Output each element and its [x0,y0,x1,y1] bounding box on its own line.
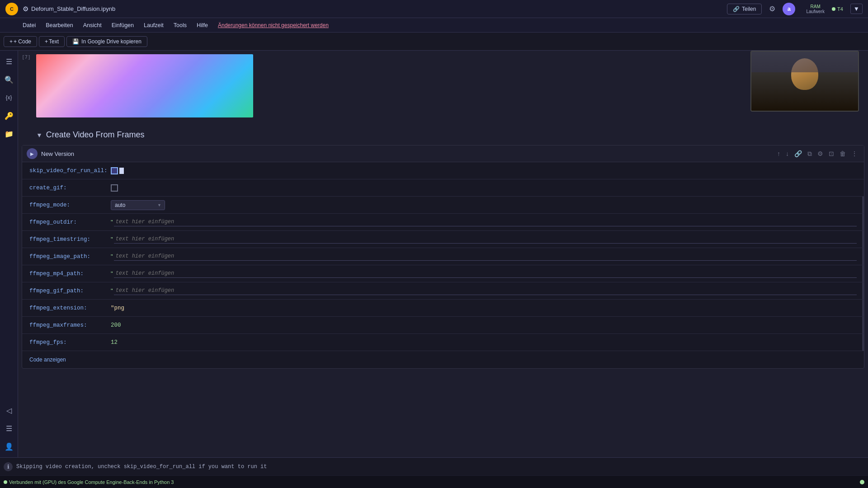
cell-name-label: New Version [41,150,74,157]
skip-video-label: skip_video_for_run_all: [29,168,111,174]
ffmpeg-timestring-label: ffmpeg_timestring: [29,236,111,243]
avatar[interactable]: a [783,3,795,15]
create-gif-checkbox[interactable] [111,184,118,192]
cell-number-7: [7] [22,54,31,60]
section-title: Create Video From Frames [46,130,145,140]
form-row-ffmpeg-maxframes: ffmpeg_maxframes: 200 [22,317,864,334]
col-resize-handle-5[interactable] [862,265,864,282]
col-resize-handle-7[interactable] [862,300,864,316]
skip-video-checkbox[interactable] [111,167,118,174]
settings-cell-button[interactable]: ⚙ [816,149,825,158]
quote-prefix-outdir: " [111,219,113,225]
output-icon: ℹ [4,462,13,471]
menu-ansicht[interactable]: Ansicht [79,20,106,30]
sidebar-icon-files[interactable]: 📁 [2,127,16,141]
notebook-title: ⚙ Deforum_Stable_Diffusion.ipynb [23,5,115,13]
toolbar: + + Code + Text 💾 In Google Drive kopier… [0,33,868,51]
menu-datei[interactable]: Datei [18,20,40,30]
expand-button[interactable]: ▼ [850,4,863,14]
form-row-ffmpeg-extension: ffmpeg_extension: "png [22,300,864,317]
status-bar: Verbunden mit (GPU) des Google Compute E… [0,475,868,488]
ffmpeg-timestring-input[interactable] [114,235,857,244]
sidebar-icon-collapse[interactable]: ◁ [2,403,16,418]
form-row-ffmpeg-image-path: ffmpeg_image_path: " [22,248,864,265]
ffmpeg-mp4-path-input[interactable] [114,269,857,278]
move-down-button[interactable]: ↓ [784,149,791,158]
add-text-button[interactable]: + Text [39,36,65,47]
ffmpeg-mode-label: ffmpeg_mode: [29,202,111,208]
col-resize-handle[interactable] [862,197,864,213]
menu-hilfe[interactable]: Hilfe [192,20,212,30]
link-button[interactable]: 🔗 [793,149,804,158]
col-resize-handle-4[interactable] [862,248,864,265]
move-up-button[interactable]: ↑ [775,149,782,158]
mirror-button[interactable]: ⊡ [827,149,836,158]
settings-icon[interactable]: ⚙ [769,5,775,13]
form-row-ffmpeg-mode: ffmpeg_mode: auto manual [22,197,864,214]
col-resize-handle-8[interactable] [862,317,864,333]
col-resize-handle-3[interactable] [862,231,864,248]
add-code-button[interactable]: + + Code [4,36,37,47]
copy-button[interactable]: ⧉ [806,149,814,159]
form-row-ffmpeg-timestring: ffmpeg_timestring: " [22,231,864,248]
top-bar: C ⚙ Deforum_Stable_Diffusion.ipynb 🔗 Tei… [0,0,868,18]
ffmpeg-gif-path-input[interactable] [114,286,857,295]
webcam-overlay [750,51,859,112]
cell-actions: ↑ ↓ 🔗 ⧉ ⚙ ⊡ 🗑 ⋮ [775,149,859,159]
menu-tools[interactable]: Tools [169,20,191,30]
menu-bearbeiten[interactable]: Bearbeiten [41,20,77,30]
status-green-indicator [860,480,864,484]
sidebar-icon-secrets[interactable]: 🔑 [2,108,16,123]
content-area[interactable]: [7] ▼ Create Video From Frames ▶ New Ver… [18,51,868,457]
ffmpeg-extension-label: ffmpeg_extension: [29,305,111,311]
quote-prefix-timestring: " [111,236,113,243]
col-resize-handle-2[interactable] [862,214,864,230]
drive-copy-button[interactable]: 💾 In Google Drive kopieren [66,36,147,47]
menu-bar: Datei Bearbeiten Ansicht Einfügen Laufze… [0,18,868,33]
menu-laufzeit[interactable]: Laufzeit [139,20,168,30]
form-row-skip-video: skip_video_for_run_all: [22,162,864,179]
section-chevron-icon[interactable]: ▼ [36,131,42,139]
form-row-ffmpeg-mp4-path: ffmpeg_mp4_path: " [22,265,864,282]
ffmpeg-outdir-input[interactable] [114,218,857,226]
sidebar-icon-menu[interactable]: ☰ [2,54,16,69]
ffmpeg-image-path-input[interactable] [114,252,857,261]
plus-code-icon: + [9,38,13,45]
status-right [860,480,864,484]
run-button[interactable]: ▶ [27,148,38,159]
col-resize-handle-6[interactable] [862,282,864,299]
form-row-ffmpeg-gif-path: ffmpeg_gif_path: " [22,282,864,300]
cell-7-container: [7] [18,51,868,123]
quote-prefix-image-path: " [111,253,113,260]
drive-icon: 💾 [72,38,79,45]
form-row-ffmpeg-outdir: ffmpeg_outdir: " [22,214,864,231]
github-icon: ⚙ [23,5,28,13]
col-resize-handle-9[interactable] [862,334,864,351]
plus-text-icon: + [45,38,48,45]
ffmpeg-fps-label: ffmpeg_fps: [29,339,111,346]
unsaved-warning: Änderungen können nicht gespeichert werd… [218,22,329,28]
sidebar-icon-variables[interactable]: {x} [2,90,16,105]
share-button[interactable]: 🔗 Teilen [727,4,762,14]
ffmpeg-maxframes-label: ffmpeg_maxframes: [29,322,111,328]
sidebar-icon-terminal[interactable]: ☰ [2,421,16,436]
ffmpeg-fps-value[interactable]: 12 [111,339,118,346]
output-bar: ℹ Skipping video creation, uncheck skip_… [0,457,868,475]
share-icon: 🔗 [733,6,740,12]
ffmpeg-gif-path-label: ffmpeg_gif_path: [29,288,111,294]
t4-label: T4 [837,6,843,12]
section-header: ▼ Create Video From Frames [18,123,868,143]
status-connected: Verbunden mit (GPU) des Google Compute E… [4,479,174,485]
sidebar-icon-user[interactable]: 👤 [2,439,16,454]
code-cell: ▶ New Version ↑ ↓ 🔗 ⧉ ⚙ ⊡ 🗑 ⋮ skip_video… [22,145,864,369]
delete-button[interactable]: 🗑 [838,149,848,158]
ffmpeg-extension-value[interactable]: "png [111,305,124,311]
ffmpeg-mp4-path-label: ffmpeg_mp4_path: [29,271,111,277]
ffmpeg-maxframes-value[interactable]: 200 [111,322,121,328]
sidebar-icon-search[interactable]: 🔍 [2,72,16,87]
show-code-link[interactable]: Code anzeigen [22,353,73,366]
ffmpeg-mode-select[interactable]: auto manual [111,200,165,210]
more-button[interactable]: ⋮ [849,149,859,158]
status-text: Verbunden mit (GPU) des Google Compute E… [9,479,174,485]
menu-einfuegen[interactable]: Einfügen [107,20,138,30]
